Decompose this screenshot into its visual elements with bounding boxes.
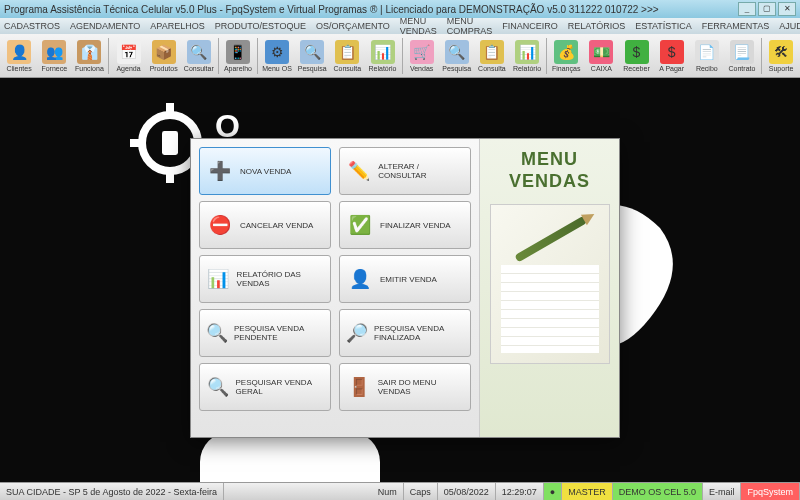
menu-button-cancelar-venda[interactable]: ⛔CANCELAR VENDA <box>199 201 331 249</box>
menu-button-pesquisa-venda-pendente[interactable]: 🔍PESQUISA VENDA PENDENTE <box>199 309 331 357</box>
panel-title-line1: MENU <box>509 149 590 171</box>
toolbar-agenda[interactable]: 📅Agenda <box>111 35 145 77</box>
menu-menucompras[interactable]: MENU COMPRAS <box>447 16 493 36</box>
menu-financeiro[interactable]: FINANCEIRO <box>502 21 558 31</box>
menu-button-label: PESQUISA VENDA FINALIZADA <box>374 324 464 342</box>
menu-ajuda[interactable]: AJUDA <box>779 21 800 31</box>
menu-button-sair-do-menu-vendas[interactable]: 🚪SAIR DO MENU VENDAS <box>339 363 471 411</box>
svg-rect-1 <box>166 103 174 115</box>
toolbar-caixa[interactable]: 💵CAIXA <box>584 35 618 77</box>
consulta-icon: 📋 <box>335 40 359 64</box>
menu-button-pesquisa-venda-finalizada[interactable]: 🔎PESQUISA VENDA FINALIZADA <box>339 309 471 357</box>
status-master: MASTER <box>562 483 613 500</box>
minimize-button[interactable]: _ <box>738 2 756 16</box>
menu-menuvendas[interactable]: MENU VENDAS <box>400 16 437 36</box>
toolbar-aparelho[interactable]: 📱Aparelho <box>221 35 255 77</box>
relatrio-icon: 📊 <box>515 40 539 64</box>
menu-button-icon: ⛔ <box>206 211 234 239</box>
funciona-icon: 👔 <box>77 40 101 64</box>
toolbar: 👤Clientes👥Fornece👔Funciona📅Agenda📦Produt… <box>0 34 800 78</box>
menu-button-label: ALTERAR / CONSULTAR <box>378 162 464 180</box>
toolbar-label: Receber <box>623 65 649 72</box>
menu-produtoestoque[interactable]: PRODUTO/ESTOQUE <box>215 21 306 31</box>
menu-button-pesquisar-venda-geral[interactable]: 🔍PESQUISAR VENDA GERAL <box>199 363 331 411</box>
menu-button-label: CANCELAR VENDA <box>240 221 313 230</box>
consultar-icon: 🔍 <box>187 40 211 64</box>
menu-relatrios[interactable]: RELATÓRIOS <box>568 21 625 31</box>
toolbar-label: Recibo <box>696 65 718 72</box>
toolbar-apagar[interactable]: $A Pagar <box>655 35 689 77</box>
menu-aparelhos[interactable]: APARELHOS <box>150 21 204 31</box>
toolbar-clientes[interactable]: 👤Clientes <box>2 35 36 77</box>
fornece-icon: 👥 <box>42 40 66 64</box>
dialog-button-grid: ➕NOVA VENDA✏️ALTERAR / CONSULTAR⛔CANCELA… <box>191 139 479 437</box>
toolbar-label: Consulta <box>334 65 362 72</box>
recibo-icon: 📄 <box>695 40 719 64</box>
close-button[interactable]: ✕ <box>778 2 796 16</box>
contrato-icon: 📃 <box>730 40 754 64</box>
toolbar-label: Finanças <box>552 65 580 72</box>
menu-vendas-dialog: ➕NOVA VENDA✏️ALTERAR / CONSULTAR⛔CANCELA… <box>190 138 620 438</box>
toolbar-receber[interactable]: $Receber <box>619 35 653 77</box>
toolbar-contrato[interactable]: 📃Contrato <box>725 35 759 77</box>
toolbar-fornece[interactable]: 👥Fornece <box>37 35 71 77</box>
menu-button-label: RELATÓRIO DAS VENDAS <box>237 270 324 288</box>
toolbar-pesquisa[interactable]: 🔍Pesquisa <box>440 35 474 77</box>
status-brand: FpqSystem <box>741 483 800 500</box>
vendas-icon: 🛒 <box>410 40 434 64</box>
toolbar-label: Agenda <box>116 65 140 72</box>
toolbar-label: Relatório <box>368 65 396 72</box>
relatrio-icon: 📊 <box>371 40 395 64</box>
toolbar-consulta[interactable]: 📋Consulta <box>475 35 509 77</box>
menu-button-icon: 🚪 <box>346 373 372 401</box>
menu-button-nova-venda[interactable]: ➕NOVA VENDA <box>199 147 331 195</box>
menu-cadastros[interactable]: CADASTROS <box>4 21 60 31</box>
toolbar-finanas[interactable]: 💰Finanças <box>549 35 583 77</box>
toolbar-vendas[interactable]: 🛒Vendas <box>405 35 439 77</box>
menu-button-alterar---consultar[interactable]: ✏️ALTERAR / CONSULTAR <box>339 147 471 195</box>
menuos-icon: ⚙ <box>265 40 289 64</box>
status-demo: DEMO OS CEL 5.0 <box>613 483 703 500</box>
toolbar-relatrio[interactable]: 📊Relatório <box>365 35 399 77</box>
toolbar-label: Menu OS <box>262 65 292 72</box>
menu-button-emitir-venda[interactable]: 👤EMITIR VENDA <box>339 255 471 303</box>
toolbar-label: Contrato <box>729 65 756 72</box>
toolbar-recibo[interactable]: 📄Recibo <box>690 35 724 77</box>
caixa-icon: 💵 <box>589 40 613 64</box>
workspace: O D O ➕NOVA VENDA✏️ALTERAR / CONSULTAR⛔C… <box>0 78 800 482</box>
menu-osoramento[interactable]: OS/ORÇAMENTO <box>316 21 390 31</box>
menu-estatstica[interactable]: ESTATÍSTICA <box>635 21 692 31</box>
menu-agendamento[interactable]: AGENDAMENTO <box>70 21 140 31</box>
apagar-icon: $ <box>660 40 684 64</box>
toolbar-relatrio[interactable]: 📊Relatório <box>510 35 544 77</box>
suporte-icon: 🛠 <box>769 40 793 64</box>
menu-button-relat-rio-das-vendas[interactable]: 📊RELATÓRIO DAS VENDAS <box>199 255 331 303</box>
produtos-icon: 📦 <box>152 40 176 64</box>
menu-button-finalizar-venda[interactable]: ✅FINALIZAR VENDA <box>339 201 471 249</box>
toolbar-label: Consultar <box>184 65 214 72</box>
toolbar-pesquisa[interactable]: 🔍Pesquisa <box>295 35 329 77</box>
toolbar-menuos[interactable]: ⚙Menu OS <box>260 35 294 77</box>
menubar: CADASTROSAGENDAMENTOAPARELHOSPRODUTO/EST… <box>0 18 800 34</box>
menu-ferramentas[interactable]: FERRAMENTAS <box>702 21 769 31</box>
menu-button-icon: ➕ <box>206 157 234 185</box>
toolbar-consulta[interactable]: 📋Consulta <box>330 35 364 77</box>
menu-button-icon: 🔎 <box>346 319 368 347</box>
status-email[interactable]: E-mail <box>703 483 742 500</box>
toolbar-label: Vendas <box>410 65 433 72</box>
menu-button-label: FINALIZAR VENDA <box>380 221 451 230</box>
svg-rect-2 <box>166 171 174 183</box>
maximize-button[interactable]: ▢ <box>758 2 776 16</box>
menu-button-icon: 📊 <box>206 265 231 293</box>
sheet-icon <box>501 265 599 353</box>
toolbar-label: Pesquisa <box>298 65 327 72</box>
toolbar-produtos[interactable]: 📦Produtos <box>147 35 181 77</box>
toolbar-funciona[interactable]: 👔Funciona <box>72 35 106 77</box>
toolbar-suporte[interactable]: 🛠Suporte <box>764 35 798 77</box>
finanas-icon: 💰 <box>554 40 578 64</box>
toolbar-label: Funciona <box>75 65 104 72</box>
pen-icon <box>514 216 587 263</box>
menu-button-label: PESQUISAR VENDA GERAL <box>236 378 324 396</box>
menu-button-icon: ✅ <box>346 211 374 239</box>
toolbar-consultar[interactable]: 🔍Consultar <box>182 35 216 77</box>
